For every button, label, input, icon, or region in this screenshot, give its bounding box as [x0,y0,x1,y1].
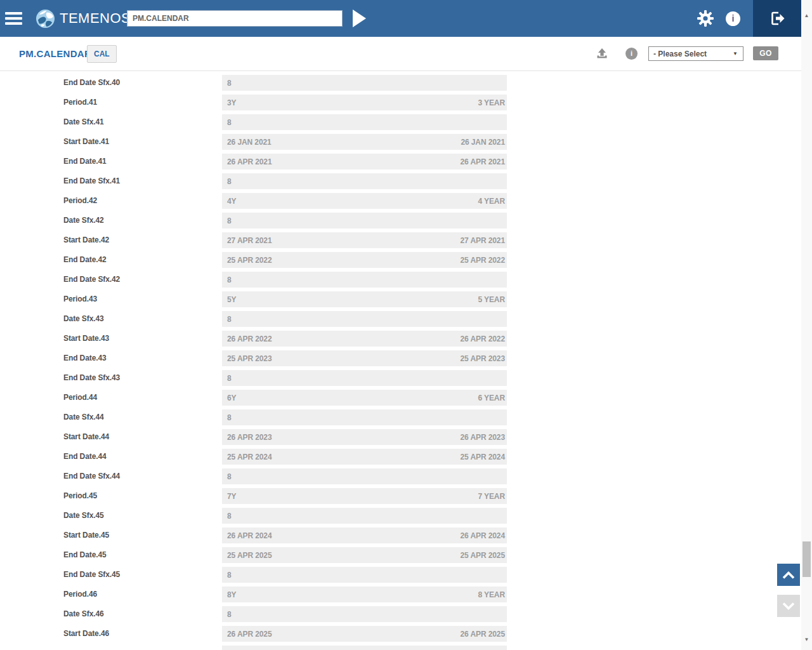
form-row: Start Date.41 26 JAN 2021 26 JAN 2021 [0,134,801,150]
field-raw-value: 8 [227,571,232,580]
field-value[interactable]: 8 [222,75,507,91]
field-raw-value: 26 APR 2022 [227,335,272,343]
field-value[interactable]: 8 [222,311,507,327]
field-value[interactable]: 8 [222,606,507,622]
field-enrichment: 26 APR 2021 [460,157,505,166]
form-row: Start Date.44 26 APR 2023 26 APR 2023 [0,429,801,445]
top-header-bar: TEMENOS i [0,0,812,37]
field-raw-value: 8 [227,413,232,422]
field-value[interactable]: 8 [222,272,507,288]
form-row: End Date.45 25 APR 2025 25 APR 2025 [0,547,801,563]
field-value[interactable]: 26 APR 2021 26 APR 2021 [222,154,507,169]
field-value[interactable]: 8 [222,173,507,189]
settings-gear-icon[interactable] [697,10,714,27]
field-value[interactable]: 6Y 6 YEAR [222,390,507,406]
field-value[interactable]: 7Y 7 YEAR [222,488,507,504]
info-icon-gray[interactable]: i [625,48,638,60]
field-raw-value: 26 APR 2023 [227,433,272,442]
field-raw-value: 8 [227,216,232,225]
scroll-to-top-button[interactable] [777,564,800,586]
field-value[interactable]: 25 APR 2022 25 APR 2022 [222,252,507,268]
field-value[interactable]: 5Y 5 YEAR [222,291,507,307]
field-raw-value: 26 APR 2025 [227,630,272,639]
field-value[interactable]: 8 [222,213,507,229]
field-enrichment: 27 APR 2021 [460,236,505,245]
field-label: Period.41 [63,95,97,110]
go-button[interactable]: GO [753,46,778,60]
field-label: End Date Sfx.41 [63,173,120,189]
hamburger-menu-icon[interactable] [5,12,22,25]
form-row: Period.45 7Y 7 YEAR [0,488,801,504]
field-value[interactable]: 25 APR 2023 25 APR 2023 [222,350,507,366]
field-enrichment: 7 YEAR [478,492,505,501]
field-raw-value: 8 [227,374,232,383]
vertical-scrollbar[interactable]: ▲ ▼ [801,0,812,650]
field-raw-value: 8Y [227,590,236,599]
field-value[interactable]: 8 [222,409,507,425]
run-command-icon[interactable] [353,10,366,27]
form-row: End Date.42 25 APR 2022 25 APR 2022 [0,252,801,268]
form-row: End Date.41 26 APR 2021 26 APR 2021 [0,154,801,169]
field-value[interactable]: 26 APR 2023 26 APR 2023 [222,429,507,445]
field-raw-value: 8 [227,512,232,521]
field-value[interactable]: 4Y 4 YEAR [222,193,507,209]
scrollbar-thumb[interactable] [802,541,811,577]
field-value[interactable]: 8 [222,370,507,386]
form-row: Date Sfx.45 8 [0,508,801,524]
field-value[interactable]: 27 APR 2021 27 APR 2021 [222,232,507,248]
scrollbar-down-arrow-icon[interactable]: ▼ [801,637,812,642]
field-value[interactable]: 8 [222,567,507,583]
field-label: Period.42 [63,193,97,209]
form-row: Period.42 4Y 4 YEAR [0,193,801,209]
partially-visible-field[interactable] [222,646,507,650]
version-badge[interactable]: CAL [87,45,117,63]
field-value[interactable]: 8 [222,508,507,524]
field-enrichment: 26 APR 2023 [460,433,505,442]
field-raw-value: 8 [227,177,232,186]
field-enrichment: 26 APR 2022 [460,335,505,343]
field-enrichment: 26 APR 2024 [460,531,505,540]
chevron-down-icon: ▼ [733,51,743,56]
field-value[interactable]: 26 APR 2024 26 APR 2024 [222,527,507,543]
form-row: End Date.44 25 APR 2024 25 APR 2024 [0,449,801,465]
scrollbar-up-arrow-icon[interactable]: ▲ [801,13,812,18]
field-value[interactable]: 8 [222,468,507,484]
field-enrichment: 4 YEAR [478,197,505,206]
field-value[interactable]: 3Y 3 YEAR [222,95,507,110]
field-value[interactable]: 25 APR 2025 25 APR 2025 [222,547,507,563]
form-row: Start Date.46 26 APR 2025 26 APR 2025 [0,626,801,642]
field-label: End Date Sfx.44 [63,468,120,484]
form-row: Date Sfx.41 8 [0,114,801,130]
logo-text: TEMENOS [60,10,131,27]
info-icon[interactable]: i [726,11,740,26]
upload-icon[interactable] [596,48,608,60]
field-raw-value: 5Y [227,295,236,304]
form-row: End Date Sfx.42 8 [0,272,801,288]
selected-option-label: - Please Select [649,50,733,58]
field-value[interactable]: 26 APR 2025 26 APR 2025 [222,626,507,642]
field-raw-value: 8 [227,315,232,324]
form-row: Date Sfx.44 8 [0,409,801,425]
sign-out-button[interactable] [753,0,801,37]
field-label: Date Sfx.45 [63,508,104,524]
tool-select-dropdown[interactable]: - Please Select ▼ [648,46,743,61]
field-enrichment: 25 APR 2025 [460,551,505,560]
form-row: End Date Sfx.43 8 [0,370,801,386]
scroll-down-button[interactable] [777,595,800,617]
field-label: End Date Sfx.42 [63,272,120,288]
field-value[interactable]: 26 APR 2022 26 APR 2022 [222,331,507,347]
field-label: Date Sfx.42 [63,213,104,229]
field-value[interactable]: 25 APR 2024 25 APR 2024 [222,449,507,465]
form-row: End Date Sfx.44 8 [0,468,801,484]
field-value[interactable]: 8Y 8 YEAR [222,587,507,602]
field-label: Date Sfx.46 [63,606,104,622]
field-enrichment: 25 APR 2022 [460,256,505,265]
field-enrichment: 6 YEAR [478,394,505,402]
temenos-logo: TEMENOS [36,0,131,37]
field-value[interactable]: 8 [222,114,507,130]
field-enrichment: 8 YEAR [478,590,505,599]
sign-out-icon [768,9,787,28]
command-line-input[interactable] [127,10,343,27]
field-value[interactable]: 26 JAN 2021 26 JAN 2021 [222,134,507,150]
field-raw-value: 6Y [227,394,236,402]
